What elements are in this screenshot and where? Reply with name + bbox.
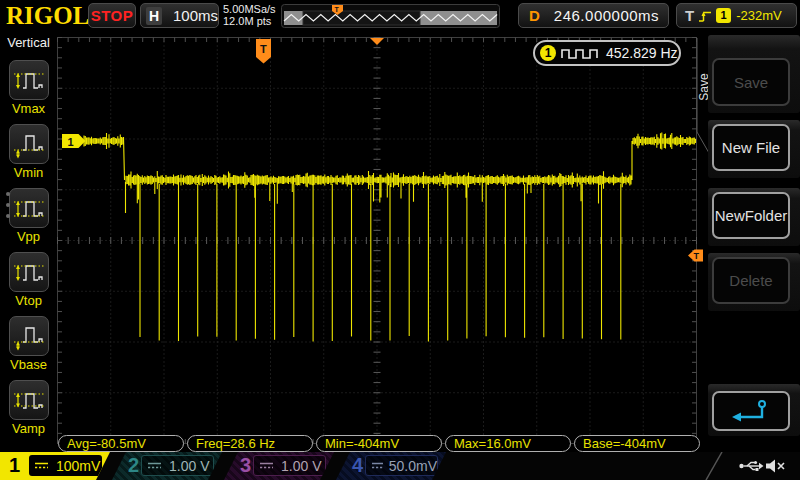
waveform-preview-bar[interactable]: T: [281, 4, 500, 28]
frequency-counter: 1 452.829 Hz: [533, 40, 681, 66]
measurement-text: Max=16.0mV: [454, 436, 531, 451]
menu-page-dot: [6, 192, 10, 196]
menu-item-vmax[interactable]: Vmax: [0, 60, 57, 116]
channel-status-bar: 1 100mV 2 1.00 V 3 1.00 V 4: [0, 452, 800, 480]
channel-scale: 1.00 V: [169, 458, 209, 474]
trigger-box[interactable]: T 1 -232mV: [676, 3, 797, 28]
measurement-text: Base=-404mV: [583, 436, 666, 451]
brand-logo: RIGOL: [6, 2, 89, 30]
channel-scale: 1.00 V: [281, 458, 321, 474]
channel-3-tab[interactable]: 3 1.00 V: [224, 452, 334, 480]
vmax-icon: [12, 65, 46, 95]
dc-coupling-icon: [259, 461, 275, 470]
trigger-source-badge: 1: [716, 8, 731, 23]
menu-item-label: Vmin: [0, 165, 57, 180]
square-wave-icon: [561, 46, 601, 60]
speaker-muted-icon: [764, 457, 788, 475]
channel-4-tab[interactable]: 4 50.0mV: [336, 452, 446, 480]
menu-item-label: Vpp: [0, 229, 57, 244]
vmin-icon: [12, 129, 46, 159]
menu-page-dot: [6, 214, 10, 218]
channel-scale: 100mV: [56, 458, 100, 474]
oscilloscope-screen: RIGOL STOP H 100ms 5.00MSa/s 12.0M pts T…: [0, 0, 800, 480]
measurement-text: Min=-404mV: [325, 436, 399, 451]
left-menu-title: Vertical: [0, 35, 57, 50]
run-state-button[interactable]: STOP: [88, 3, 136, 28]
measurement-avg[interactable]: Avg=-80.5mV: [58, 435, 184, 452]
channel-number: 1: [9, 454, 20, 477]
status-divider: [702, 452, 726, 480]
measurement-text: Freq=28.6 Hz: [196, 436, 275, 451]
menu-item-vbase[interactable]: Vbase: [0, 316, 57, 372]
measurement-freq[interactable]: Freq=28.6 Hz: [187, 435, 313, 452]
delay-label: D: [529, 7, 540, 24]
softkey-new-file[interactable]: New File: [712, 124, 790, 171]
sample-rate: 5.00MSa/s: [223, 4, 276, 16]
timebase-label: H: [146, 7, 162, 25]
measurement-min[interactable]: Min=-404mV: [316, 435, 442, 452]
svg-text:T: T: [335, 6, 340, 13]
right-softkey-menu: Save Save New File NewFolder Delete: [696, 32, 800, 452]
vbase-icon: [12, 321, 46, 351]
graticule-and-trace: T 1 T: [57, 32, 705, 452]
top-bar: RIGOL STOP H 100ms 5.00MSa/s 12.0M pts T…: [0, 0, 800, 31]
delay-box[interactable]: D 246.000000ms: [518, 3, 669, 28]
channel-number: 2: [128, 454, 139, 477]
timebase-box[interactable]: H 100ms: [140, 3, 219, 28]
measurement-max[interactable]: Max=16.0mV: [445, 435, 571, 452]
vamp-icon: [12, 385, 46, 415]
menu-page-dot: [6, 203, 10, 207]
menu-item-label: Vtop: [0, 293, 57, 308]
softkey-back[interactable]: [712, 391, 790, 431]
trigger-slope-icon: [698, 8, 712, 24]
menu-item-vmin[interactable]: Vmin: [0, 124, 57, 180]
measurement-base[interactable]: Base=-404mV: [574, 435, 700, 452]
dc-coupling-icon: [147, 461, 163, 470]
trigger-label: T: [685, 7, 694, 24]
svg-text:1: 1: [68, 136, 74, 148]
dc-coupling-icon: [371, 461, 383, 470]
freq-counter-source-badge: 1: [540, 45, 556, 61]
channel-1-tab[interactable]: 1 100mV: [0, 452, 110, 480]
run-state-label: STOP: [91, 7, 134, 24]
channel-number: 3: [240, 454, 251, 477]
memory-depth: 12.0M pts: [223, 16, 276, 28]
channel-2-tab[interactable]: 2 1.00 V: [112, 452, 222, 480]
return-arrow-icon: [728, 397, 774, 425]
acquisition-readout: 5.00MSa/s 12.0M pts: [223, 4, 276, 27]
scope-display: T 1 T 1 452.829 Hz Avg=-80.5mV Freq=28.6…: [57, 32, 705, 452]
left-measure-menu: Vertical Vmax Vmin: [0, 32, 57, 452]
svg-text:T: T: [260, 43, 267, 55]
menu-item-vamp[interactable]: Vamp: [0, 380, 57, 436]
channel-scale: 50.0mV: [389, 458, 437, 474]
menu-item-label: Vbase: [0, 357, 57, 372]
softkey-delete[interactable]: Delete: [712, 257, 790, 304]
dc-coupling-icon: [34, 461, 50, 470]
menu-item-vtop[interactable]: Vtop: [0, 252, 57, 308]
usb-icon: [738, 458, 765, 474]
trigger-level-value: -232mV: [736, 8, 782, 23]
softkey-new-folder[interactable]: NewFolder: [712, 192, 790, 239]
vtop-icon: [12, 257, 46, 287]
menu-item-label: Vamp: [0, 421, 57, 436]
measurement-text: Avg=-80.5mV: [67, 436, 146, 451]
menu-item-label: Vmax: [0, 101, 57, 116]
delay-value: 246.000000ms: [554, 7, 659, 24]
vpp-icon: [12, 193, 46, 223]
freq-counter-value: 452.829 Hz: [606, 45, 678, 61]
timebase-value: 100ms: [173, 7, 218, 24]
channel-number: 4: [352, 454, 363, 477]
softkey-save[interactable]: Save: [712, 58, 790, 106]
